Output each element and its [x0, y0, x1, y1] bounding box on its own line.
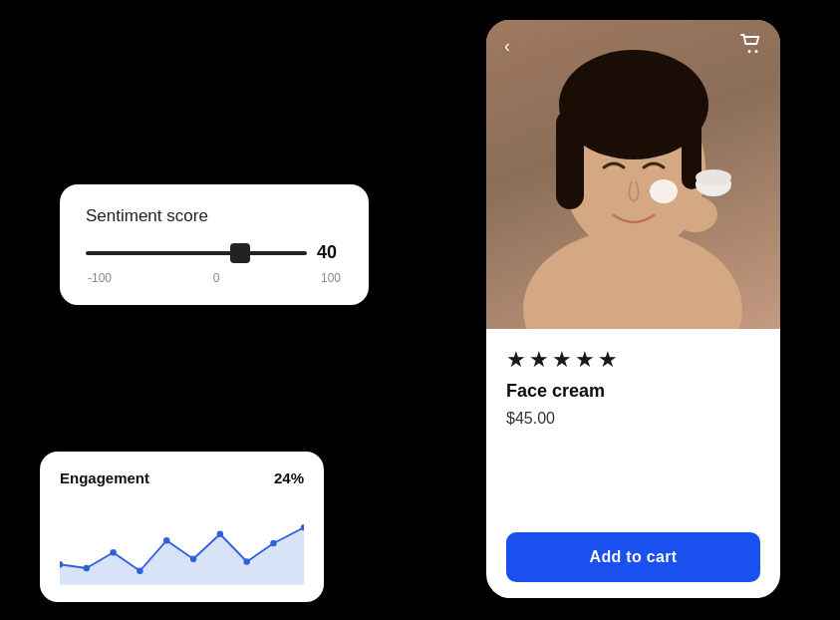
svg-point-16: [163, 537, 169, 543]
svg-point-20: [270, 540, 276, 546]
product-image: ‹: [486, 20, 780, 329]
star-4: ★: [575, 347, 595, 373]
cart-icon: [740, 34, 762, 54]
svg-rect-4: [556, 110, 584, 209]
product-price: $45.00: [506, 410, 760, 428]
sentiment-slider-row: 40: [86, 242, 343, 263]
engagement-card: Engagement 24%: [40, 452, 324, 602]
engagement-header: Engagement 24%: [60, 469, 304, 486]
engagement-title: Engagement: [60, 469, 149, 486]
svg-point-13: [84, 565, 90, 571]
engagement-chart: [60, 498, 304, 588]
product-name: Face cream: [506, 381, 760, 402]
star-rating: ★ ★ ★ ★ ★: [506, 347, 760, 373]
star-1: ★: [506, 347, 526, 373]
person-illustration: [486, 20, 780, 329]
svg-point-9: [696, 169, 731, 185]
phone-nav: ‹: [486, 34, 780, 59]
svg-point-6: [650, 179, 678, 203]
sentiment-title: Sentiment score: [86, 206, 343, 226]
slider-label-mid: 0: [213, 271, 220, 285]
svg-point-14: [110, 549, 116, 555]
engagement-value: 24%: [274, 469, 304, 486]
star-2: ★: [529, 347, 549, 373]
svg-point-15: [137, 568, 142, 574]
sentiment-slider-thumb[interactable]: [230, 243, 250, 263]
star-3: ★: [552, 347, 572, 373]
slider-label-min: -100: [88, 271, 112, 285]
cart-button[interactable]: [740, 34, 762, 59]
phone-card: ‹ ★ ★ ★ ★ ★ Face cream $45.00 A: [486, 20, 780, 598]
svg-point-17: [190, 555, 196, 561]
svg-point-10: [748, 50, 751, 53]
scene: ‹ ★ ★ ★ ★ ★ Face cream $45.00 A: [0, 0, 840, 620]
sentiment-card: Sentiment score 40 -100 0 100: [60, 184, 369, 305]
chart-svg: [60, 498, 304, 588]
svg-point-18: [217, 531, 223, 537]
sentiment-slider-track[interactable]: [86, 251, 307, 255]
svg-point-19: [243, 558, 249, 564]
product-info: ★ ★ ★ ★ ★ Face cream $45.00 Add to cart: [486, 329, 780, 598]
back-button[interactable]: ‹: [504, 36, 510, 57]
svg-point-11: [755, 50, 758, 53]
slider-label-max: 100: [321, 271, 341, 285]
sentiment-value: 40: [317, 242, 343, 263]
add-to-cart-button[interactable]: Add to cart: [506, 532, 760, 582]
star-5: ★: [598, 347, 618, 373]
svg-point-7: [674, 196, 717, 232]
slider-labels: -100 0 100: [86, 271, 343, 285]
